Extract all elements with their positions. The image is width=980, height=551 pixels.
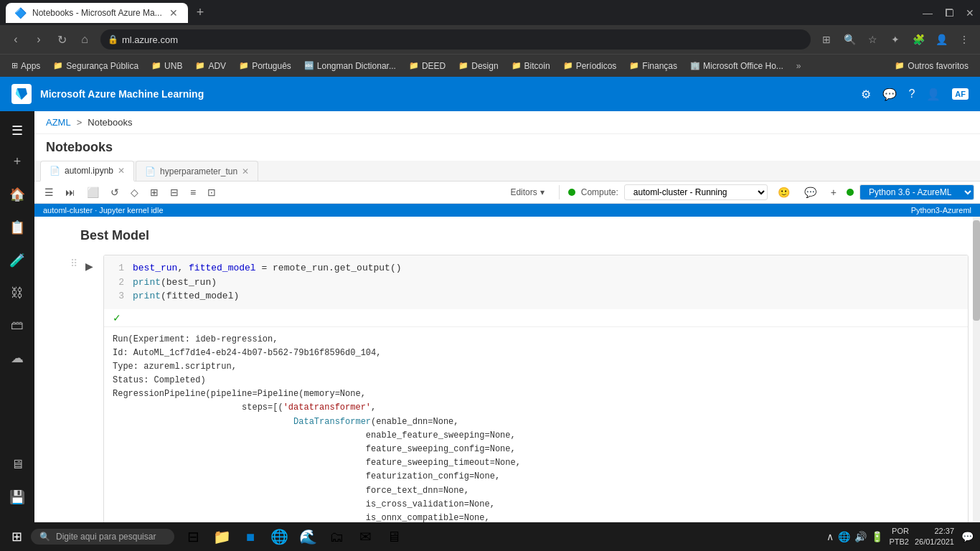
notebook-cell-1: ⠿ ▶ 1 best_run, fitted_model = remote_ru… — [46, 255, 969, 551]
sidebar-item-models[interactable]: ☁ — [0, 343, 34, 373]
close-button[interactable]: ✕ — [966, 7, 974, 19]
home-button[interactable]: ⌂ — [75, 29, 95, 50]
toolbar-grid-button[interactable]: ⊟ — [166, 184, 183, 200]
taskbar-chrome[interactable]: 🌐 — [266, 524, 292, 550]
address-input[interactable] — [100, 29, 811, 50]
taskbar-vscode[interactable]: ■ — [237, 524, 263, 550]
cell-drag-handle[interactable]: ⠿ — [70, 258, 77, 269]
bookmark-seguranca[interactable]: 📁 Segurança Pública — [47, 59, 144, 73]
bookmark-unb[interactable]: 📁 UNB — [146, 59, 188, 73]
toolbar-add-button[interactable]: + — [826, 184, 841, 200]
pin-icon[interactable]: ✦ — [885, 29, 905, 50]
bookmark-periodicos[interactable]: 📁 Períodicos — [557, 59, 623, 73]
toolbar-clear-button[interactable]: ◇ — [126, 184, 143, 200]
cell-output: Run(Experiment: ideb-regression, Id: Aut… — [104, 326, 968, 552]
more-icon[interactable]: ⋮ — [954, 29, 974, 50]
taskbar-mail[interactable]: ✉ — [352, 524, 378, 550]
bookmark-financas[interactable]: 📁 Finanças — [623, 59, 683, 73]
bookmark-adv[interactable]: 📁 ADV — [189, 59, 232, 73]
tray-icon-chevron[interactable]: ∧ — [826, 531, 834, 542]
restore-button[interactable]: ⧠ — [944, 7, 954, 19]
tray-battery-icon[interactable]: 🔋 — [871, 531, 883, 542]
taskbar-search-bar[interactable]: 🔍 Digite aqui para pesquisar — [31, 529, 174, 545]
toolbar-code-button[interactable]: ⊡ — [203, 184, 220, 200]
tab-close-button[interactable]: ✕ — [168, 7, 179, 19]
forward-button[interactable]: › — [29, 29, 49, 50]
feedback-icon[interactable]: 💬 — [882, 88, 897, 101]
nav-buttons: ‹ › ↻ ⌂ — [6, 29, 95, 50]
toolbar-chat-button[interactable]: 💬 — [800, 184, 821, 200]
settings-icon[interactable]: ⚙ — [861, 88, 871, 101]
breadcrumb-root[interactable]: AZML — [46, 117, 71, 128]
taskbar-task-view[interactable]: ⊟ — [180, 524, 206, 550]
bookmark-office[interactable]: 🏢 Microsoft Office Ho... — [684, 59, 789, 73]
toolbar-list-button[interactable]: ≡ — [186, 184, 200, 200]
tray-volume-icon[interactable]: 🔊 — [854, 531, 867, 542]
sidebar-item-data[interactable]: 💾 — [2, 482, 32, 512]
new-tab-button[interactable]: + — [191, 2, 210, 23]
taskbar-edge[interactable]: 🌊 — [295, 524, 321, 550]
cell-check-mark: ✓ — [104, 309, 968, 326]
back-button[interactable]: ‹ — [6, 29, 26, 50]
sidebar-item-pipelines[interactable]: ⛓ — [0, 278, 34, 308]
minimize-button[interactable]: — — [923, 7, 933, 19]
sidebar-item-add[interactable]: + — [0, 147, 34, 176]
bookmark-bitcoin[interactable]: 📁 Bitcoin — [506, 59, 556, 73]
sidebar-hamburger-button[interactable]: ☰ — [0, 117, 34, 144]
cell-run-button[interactable]: ▶ — [80, 258, 98, 275]
profile-icon[interactable]: 👤 — [931, 29, 951, 50]
folder-icon: 📁 — [629, 61, 639, 70]
account-icon[interactable]: 👤 — [926, 88, 941, 101]
bookmarks-more-button[interactable]: » — [791, 59, 807, 73]
bookmark-portugues[interactable]: 📁 Português — [233, 59, 297, 73]
taskbar-remote[interactable]: 🖥 — [381, 524, 407, 550]
toolbar-emoji-button[interactable]: 🙂 — [773, 184, 794, 200]
bookmarks-other-favorites[interactable]: 📁 Outros favoritos — [889, 59, 974, 73]
bookmark-longman[interactable]: 🔤 Longman Dictionar... — [298, 59, 402, 73]
taskbar-datetime[interactable]: 22:37 26/01/2021 — [915, 526, 954, 548]
bookmark-apps[interactable]: ⊞ Apps — [6, 59, 46, 73]
taskbar-files[interactable]: 🗂 — [324, 524, 349, 550]
output-line-7: DataTransformer(enable_dnn=None, — [113, 415, 959, 429]
toolbar-restart-button[interactable]: ↺ — [106, 184, 123, 200]
toolbar-stop-button[interactable]: ⬜ — [83, 184, 103, 200]
search-icon[interactable]: 🔍 — [839, 29, 859, 50]
sidebar-item-compute[interactable]: 🖥 — [2, 450, 32, 479]
tab-hyperparameter-close[interactable]: ✕ — [242, 166, 249, 176]
content-area: AZML > Notebooks Notebooks 📄 automl.ipyn… — [34, 111, 980, 551]
tab-hyperparameter[interactable]: 📄 hyperparameter_tun ✕ — [136, 161, 258, 181]
sidebar-item-home[interactable]: 🏠 — [0, 179, 34, 209]
compute-selector[interactable]: automl-cluster - Running — [624, 184, 768, 200]
taskbar-notification[interactable]: 💬 — [960, 529, 974, 544]
notebook-content[interactable]: Best Model ⠿ ▶ 1 best_run, fitted_model … — [34, 217, 980, 551]
translate-icon[interactable]: ⊞ — [816, 29, 837, 50]
browser-tab-active[interactable]: 🔷 Notebooks - Microsoft Azure Ma... ✕ — [6, 3, 188, 23]
bookmark-deed[interactable]: 📁 DEED — [403, 59, 451, 73]
azure-logo — [11, 84, 32, 104]
kernel-selector[interactable]: Python 3.6 - AzureML — [859, 184, 974, 200]
azure-portal-icon[interactable]: AF — [952, 88, 969, 100]
start-button[interactable]: ⊞ — [6, 526, 28, 547]
star-icon[interactable]: ☆ — [862, 29, 882, 50]
scrollbar-track[interactable] — [973, 217, 980, 551]
toolbar-menu-icon[interactable]: ☰ — [40, 184, 58, 200]
bookmark-design-label: Design — [471, 61, 498, 71]
editors-dropdown[interactable]: Editors ▾ — [504, 185, 550, 199]
bookmark-design[interactable]: 📁 Design — [453, 59, 504, 73]
tray-network-icon[interactable]: 🌐 — [838, 531, 850, 542]
extensions-icon[interactable]: 🧩 — [908, 29, 928, 50]
bookmark-bitcoin-label: Bitcoin — [524, 61, 550, 71]
help-icon[interactable]: ? — [908, 88, 915, 100]
toolbar-table-button[interactable]: ⊞ — [146, 184, 163, 200]
output-line-11: featurization_config=None, — [113, 470, 959, 484]
tab-automl-close[interactable]: ✕ — [118, 166, 125, 176]
toolbar-run-all-button[interactable]: ⏭ — [61, 184, 80, 200]
cell-input[interactable]: 1 best_run, fitted_model = remote_run.ge… — [104, 255, 968, 309]
sidebar-item-datasets[interactable]: 🗃 — [0, 311, 34, 340]
refresh-button[interactable]: ↻ — [52, 29, 72, 50]
sidebar-item-experiments[interactable]: 🧪 — [0, 245, 34, 276]
scrollbar-thumb[interactable] — [973, 220, 980, 321]
sidebar-item-notebooks[interactable]: 📋 — [0, 212, 34, 242]
taskbar-file-explorer[interactable]: 📁 — [209, 524, 235, 550]
tab-automl[interactable]: 📄 automl.ipynb ✕ — [40, 161, 134, 182]
